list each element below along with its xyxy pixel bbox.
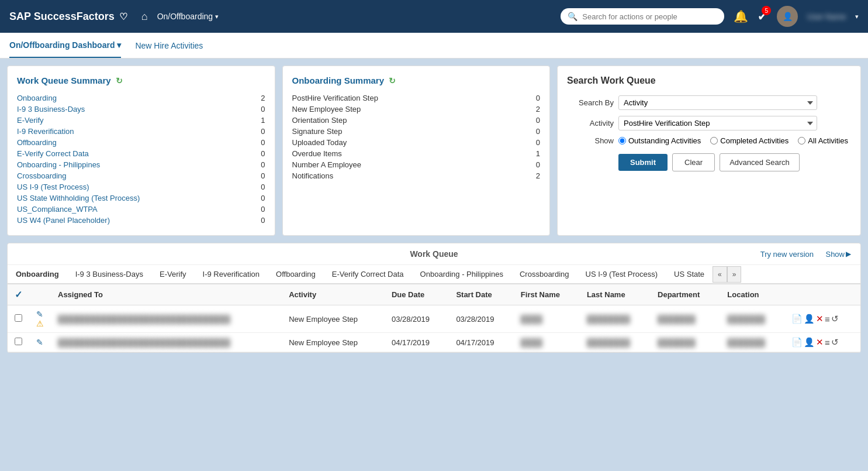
tab-onboard-ph[interactable]: Onboarding - Philippines [412, 265, 511, 284]
list-icon[interactable]: ≡ [825, 338, 830, 348]
list-item: PostHire Verification Step 0 [292, 92, 541, 104]
bell-icon[interactable]: 🔔 [734, 9, 748, 23]
sub-nav-new-hire-label: New Hire Activities [135, 41, 203, 50]
row2-department: ███████ [651, 333, 720, 352]
search-by-select[interactable]: Activity Employee Manager [618, 95, 817, 110]
onboarding-refresh-icon[interactable]: ↻ [389, 76, 396, 85]
global-search[interactable]: 🔍 [561, 8, 724, 25]
show-label: Show [567, 136, 614, 145]
list-item: Orientation Step 0 [292, 115, 541, 126]
tab-everify-correct[interactable]: E-Verify Correct Data [324, 265, 412, 284]
person-icon[interactable]: 👤 [804, 337, 815, 348]
header: SAP SuccessFactors ♡ ⌂ On/Offboarding ▾ … [0, 0, 868, 33]
delete-icon[interactable]: ✕ [816, 337, 824, 348]
list-item: I-9 3 Business-Days 0 [17, 104, 265, 115]
notification-badge[interactable]: ✔ 5 [758, 9, 767, 23]
tab-crossboard[interactable]: Crossboarding [511, 265, 577, 284]
row1-checkbox[interactable] [8, 305, 29, 333]
item-i9rev-count: 0 [248, 127, 265, 136]
onboarding-summary-list: PostHire Verification Step 0 New Employe… [292, 92, 541, 181]
advanced-search-button[interactable]: Advanced Search [720, 153, 800, 171]
row2-firstname: ████ [514, 333, 580, 352]
radio-completed[interactable]: Completed Activities [710, 136, 789, 145]
edit-icon[interactable]: ✎ [36, 338, 43, 347]
col-location-header: Location [720, 284, 784, 305]
col-department-header: Department [651, 284, 720, 305]
sub-nav-dashboard[interactable]: On/Offboarding Dashboard ▾ [9, 33, 121, 58]
delete-icon[interactable]: ✕ [816, 314, 824, 324]
tab-offboarding[interactable]: Offboarding [268, 265, 324, 284]
row-refresh-icon[interactable]: ↺ [831, 314, 839, 324]
tab-usstate[interactable]: US State [666, 265, 713, 284]
table-row: ✎ ████████████████████████████████ New E… [8, 333, 860, 352]
radio-outstanding[interactable]: Outstanding Activities [618, 136, 701, 145]
item-usstate-count: 0 [248, 194, 265, 202]
col-lastname-header: Last Name [580, 284, 651, 305]
clear-button[interactable]: Clear [672, 153, 715, 171]
item-onboard-ph-label[interactable]: Onboarding - Philippines [17, 160, 100, 169]
list-icon[interactable]: ≡ [825, 314, 830, 324]
work-queue-refresh-icon[interactable]: ↻ [116, 76, 123, 85]
item-everify-label[interactable]: E-Verify [17, 116, 44, 125]
col-actions-header [784, 284, 860, 305]
work-queue-section: Work Queue Try new version Show ▶ Onboar… [7, 243, 861, 353]
radio-all[interactable]: All Activities [798, 136, 848, 145]
item-usw4-label[interactable]: US W4 (Panel Placeholder) [17, 216, 110, 225]
item-offboarding-label[interactable]: Offboarding [17, 138, 57, 147]
row1-location: ███████ [720, 305, 784, 333]
home-icon[interactable]: ⌂ [141, 11, 148, 23]
sub-nav-new-hire[interactable]: New Hire Activities [135, 34, 203, 57]
table-row: ✎ ⚠ ████████████████████████████████ New… [8, 305, 860, 333]
ob-overdue-count: 1 [523, 149, 540, 158]
item-usstate-label[interactable]: US State Withholding (Test Process) [17, 194, 140, 202]
tab-onboarding[interactable]: Onboarding [8, 265, 67, 284]
tab-i93[interactable]: I-9 3 Business-Days [67, 265, 151, 284]
pdf-icon[interactable]: 📄 [791, 337, 803, 348]
search-icon: 🔍 [568, 12, 577, 21]
radio-completed-label: Completed Activities [720, 136, 789, 145]
row2-checkbox[interactable] [8, 333, 29, 352]
list-item: E-Verify Correct Data 0 [17, 148, 265, 159]
user-chevron-icon[interactable]: ▾ [855, 13, 859, 20]
item-everify-correct-label[interactable]: E-Verify Correct Data [17, 149, 89, 158]
tab-next-button[interactable]: » [727, 266, 742, 283]
item-onboarding-label[interactable]: Onboarding [17, 94, 57, 102]
form-buttons: Submit Clear Advanced Search [618, 153, 851, 171]
pdf-icon[interactable]: 📄 [791, 314, 803, 324]
item-i93-label[interactable]: I-9 3 Business-Days [17, 105, 85, 114]
module-nav[interactable]: On/Offboarding ▾ [157, 12, 219, 21]
edit-icon[interactable]: ✎ [36, 310, 43, 319]
activity-select[interactable]: PostHire Verification Step New Employee … [618, 116, 817, 130]
item-everify-count: 1 [248, 116, 265, 125]
item-wtpa-label[interactable]: US_Compliance_WTPA [17, 205, 98, 214]
item-everify-correct-count: 0 [248, 149, 265, 158]
activity-label: Activity [567, 119, 614, 128]
tab-everify[interactable]: E-Verify [151, 265, 195, 284]
show-arrow-icon: ▶ [846, 250, 851, 258]
row1-activity: New Employee Step [282, 305, 385, 333]
tab-i9rev[interactable]: I-9 Reverification [195, 265, 268, 284]
ob-uploaded-count: 0 [523, 138, 540, 147]
search-input[interactable] [582, 12, 717, 21]
activity-row: Activity PostHire Verification Step New … [567, 116, 851, 130]
user-name[interactable]: User Name [807, 12, 846, 21]
person-icon[interactable]: 👤 [804, 314, 815, 324]
tab-prev-button[interactable]: « [713, 266, 727, 283]
onboarding-summary-title: Onboarding Summary ↻ [292, 75, 541, 85]
show-link[interactable]: Show ▶ [825, 250, 851, 259]
item-i9rev-label[interactable]: I-9 Reverification [17, 127, 74, 136]
avatar[interactable]: 👤 [777, 6, 798, 27]
tab-usi9[interactable]: US I-9 (Test Process) [577, 265, 666, 284]
list-item: I-9 Reverification 0 [17, 126, 265, 137]
list-item: Crossboarding 0 [17, 170, 265, 181]
list-item: Onboarding - Philippines 0 [17, 159, 265, 170]
item-usi9-label[interactable]: US I-9 (Test Process) [17, 183, 89, 191]
row2-assigned: ████████████████████████████████ [51, 333, 282, 352]
submit-button[interactable]: Submit [618, 154, 668, 171]
try-new-version-link[interactable]: Try new version [760, 250, 814, 259]
row-refresh-icon[interactable]: ↺ [831, 337, 839, 348]
item-crossboard-label[interactable]: Crossboarding [17, 171, 67, 180]
ob-orientation-count: 0 [523, 116, 540, 125]
row2-edit: ✎ [29, 333, 51, 352]
work-queue-header: Work Queue Try new version Show ▶ [8, 243, 860, 265]
